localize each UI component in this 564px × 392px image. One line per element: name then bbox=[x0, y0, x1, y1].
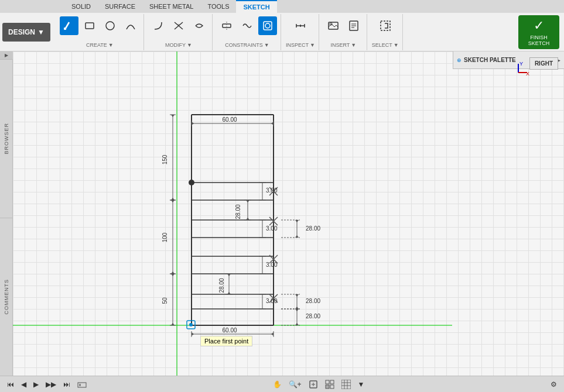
horizontal-constraint-button[interactable] bbox=[238, 16, 257, 35]
insert-image-button[interactable] bbox=[324, 16, 343, 35]
svg-marker-73 bbox=[171, 271, 175, 274]
finish-sketch-button[interactable]: ✓ FINISH SKETCH bbox=[518, 15, 559, 49]
sidebar-toggle[interactable]: ▶ bbox=[0, 51, 13, 60]
circle-tool-button[interactable] bbox=[101, 16, 119, 35]
zoom-in-button[interactable]: 🔍+ bbox=[286, 379, 304, 390]
svg-rect-130 bbox=[326, 380, 329, 384]
display-mode-button[interactable] bbox=[323, 379, 337, 390]
view-cube[interactable]: RIGHT bbox=[529, 57, 558, 70]
view-cube-label[interactable]: RIGHT bbox=[529, 57, 558, 70]
offset-tool-button[interactable] bbox=[190, 16, 208, 35]
more-view-button[interactable]: ▼ bbox=[356, 379, 367, 390]
rectangle-tool-button[interactable] bbox=[80, 16, 99, 35]
svg-text:28.00: 28.00 bbox=[235, 204, 241, 219]
toolbar-group-select: SELECT ▼ bbox=[368, 14, 403, 50]
modify-icons bbox=[149, 16, 208, 35]
timeline-icon-button[interactable] bbox=[75, 379, 89, 390]
tab-surface[interactable]: SURFACE bbox=[98, 0, 142, 13]
svg-rect-132 bbox=[326, 385, 329, 388]
svg-marker-89 bbox=[227, 292, 231, 294]
axis-indicator: Y X bbox=[507, 61, 530, 85]
axis-svg: Y X bbox=[507, 61, 530, 84]
svg-text:50: 50 bbox=[162, 297, 168, 304]
browser-sidebar[interactable]: BROWSER bbox=[0, 60, 12, 218]
svg-rect-5 bbox=[264, 22, 272, 30]
svg-rect-131 bbox=[330, 380, 334, 384]
svg-text:28.00: 28.00 bbox=[306, 298, 320, 304]
insert-group-label: INSERT ▼ bbox=[330, 42, 356, 48]
svg-marker-98 bbox=[171, 274, 175, 276]
zoom-fit-button[interactable] bbox=[306, 379, 320, 390]
nav-play-button[interactable]: ▶ bbox=[31, 379, 41, 390]
svg-text:X: X bbox=[526, 71, 529, 77]
design-button[interactable]: DESIGN ▼ bbox=[2, 23, 50, 42]
select-button[interactable] bbox=[376, 16, 395, 35]
tab-sheet-metal[interactable]: SHEET METAL bbox=[142, 0, 200, 13]
toolbar: SOLID SURFACE SHEET METAL TOOLS SKETCH D… bbox=[0, 0, 564, 51]
status-bar: ⏮ ◀ ▶ ▶▶ ⏭ ✋ 🔍+ bbox=[0, 376, 564, 392]
canvas-area[interactable]: 60.00 150 3.00 28.00 3.00 bbox=[13, 51, 564, 376]
arc-tool-button[interactable] bbox=[121, 16, 140, 35]
fillet-tool-button[interactable] bbox=[149, 16, 168, 35]
toolbar-group-insert: INSERT ▼ bbox=[320, 14, 367, 50]
svg-marker-88 bbox=[227, 274, 231, 276]
svg-text:100: 100 bbox=[162, 232, 168, 242]
place-first-point-tooltip: Place first point bbox=[200, 336, 252, 346]
inspect-group-label: INSPECT ▼ bbox=[286, 42, 315, 48]
tab-tools[interactable]: TOOLS bbox=[200, 0, 236, 13]
insert-icons bbox=[324, 16, 363, 35]
sketch-svg: 60.00 150 3.00 28.00 3.00 bbox=[13, 51, 564, 376]
svg-text:Y: Y bbox=[519, 61, 523, 67]
measure-button[interactable] bbox=[291, 16, 310, 35]
svg-rect-126 bbox=[79, 384, 81, 386]
svg-marker-99 bbox=[171, 323, 175, 325]
svg-marker-110 bbox=[192, 332, 194, 336]
svg-rect-1 bbox=[86, 23, 94, 29]
nav-last-button[interactable]: ⏭ bbox=[61, 379, 73, 390]
line-tool-button[interactable] bbox=[60, 16, 78, 35]
svg-text:28.00: 28.00 bbox=[306, 313, 320, 319]
svg-marker-53 bbox=[171, 198, 175, 200]
trim-tool-button[interactable] bbox=[169, 16, 188, 35]
grid-button[interactable] bbox=[339, 379, 353, 390]
svg-point-32 bbox=[189, 180, 194, 185]
nav-next-button[interactable]: ▶▶ bbox=[43, 379, 59, 390]
svg-marker-116 bbox=[295, 309, 299, 311]
select-group-label: SELECT ▼ bbox=[372, 42, 399, 48]
svg-text:28.00: 28.00 bbox=[218, 278, 225, 293]
tab-solid[interactable]: SOLID bbox=[64, 0, 98, 13]
svg-marker-47 bbox=[271, 122, 274, 125]
svg-text:28.00: 28.00 bbox=[306, 225, 320, 232]
constraints-icons bbox=[217, 16, 277, 35]
dimension-constraint-button[interactable] bbox=[258, 16, 277, 35]
svg-text:60.00: 60.00 bbox=[222, 116, 237, 123]
svg-text:3.00: 3.00 bbox=[266, 298, 278, 304]
comments-sidebar[interactable]: COMMENTS bbox=[0, 218, 12, 376]
inspect-icons bbox=[291, 16, 310, 35]
create-icons bbox=[60, 16, 140, 35]
select-icons bbox=[376, 16, 395, 35]
svg-marker-105 bbox=[295, 307, 299, 309]
svg-marker-104 bbox=[295, 294, 299, 297]
tab-sketch[interactable]: SKETCH bbox=[236, 0, 276, 13]
toolbar-group-constraints: CONSTRAINTS ▼ bbox=[214, 14, 281, 50]
settings-button[interactable]: ⚙ bbox=[548, 379, 559, 390]
svg-marker-52 bbox=[171, 115, 175, 117]
svg-text:3.00: 3.00 bbox=[266, 262, 278, 268]
svg-point-34 bbox=[189, 323, 193, 326]
toolbar-group-modify: MODIFY ▼ bbox=[145, 14, 213, 50]
view-tools: ✋ 🔍+ ▼ bbox=[271, 379, 367, 390]
left-sidebar: ▶ BROWSER COMMENTS bbox=[0, 51, 13, 376]
coincident-constraint-button[interactable] bbox=[217, 16, 236, 35]
svg-rect-0 bbox=[64, 27, 66, 30]
svg-rect-133 bbox=[330, 385, 334, 388]
nav-prev-button[interactable]: ◀ bbox=[19, 379, 29, 390]
nav-first-button[interactable]: ⏮ bbox=[5, 379, 16, 390]
pan-button[interactable]: ✋ bbox=[271, 379, 284, 390]
svg-point-6 bbox=[265, 23, 270, 28]
create-group-label: CREATE ▼ bbox=[86, 42, 114, 48]
toolbar-main: DESIGN ▼ CREATE bbox=[0, 13, 564, 51]
svg-rect-17 bbox=[381, 21, 390, 30]
insert-dxf-button[interactable] bbox=[344, 16, 363, 35]
svg-text:60.00: 60.00 bbox=[222, 327, 237, 333]
